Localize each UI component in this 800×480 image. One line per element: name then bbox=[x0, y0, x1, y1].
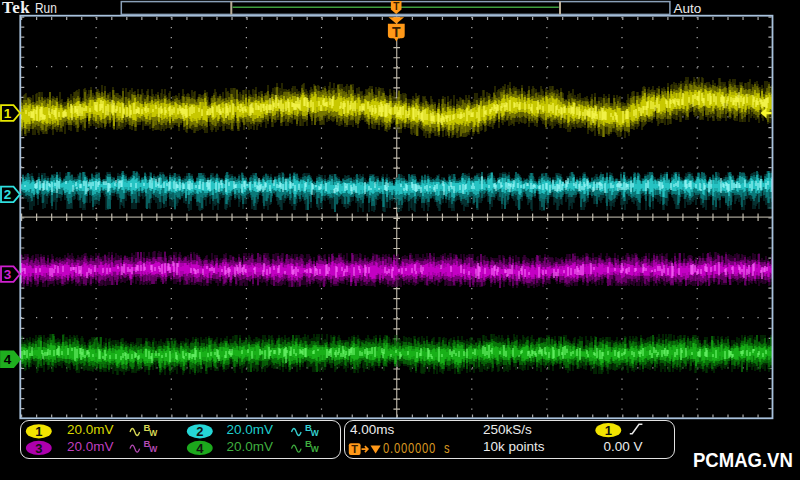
svg-text:3: 3 bbox=[4, 267, 12, 282]
svg-text:4: 4 bbox=[4, 352, 12, 367]
svg-text:1: 1 bbox=[4, 106, 12, 121]
svg-text:2: 2 bbox=[4, 187, 12, 202]
svg-text:T: T bbox=[392, 24, 401, 40]
svg-text:T: T bbox=[393, 1, 399, 12]
